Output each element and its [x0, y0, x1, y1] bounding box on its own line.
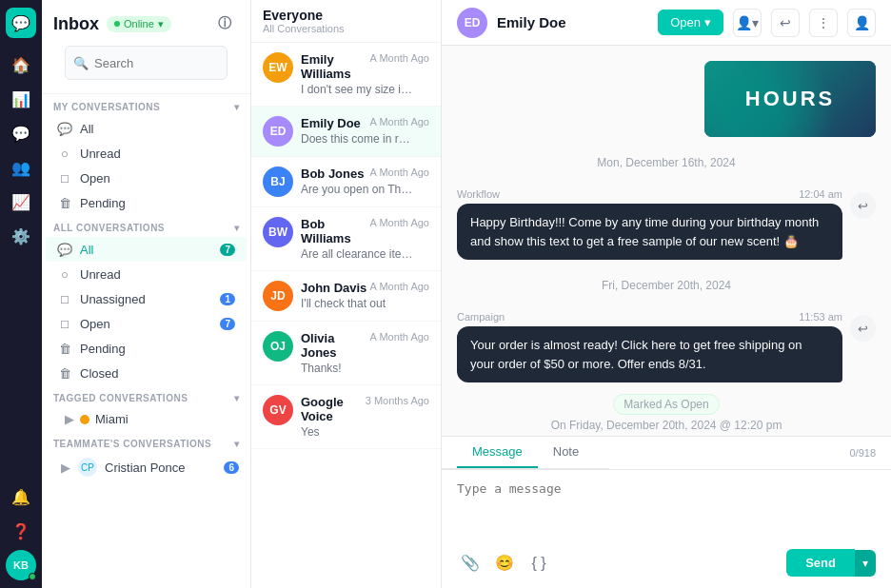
sidebar-item-open[interactable]: □ Open 7 [46, 311, 247, 336]
message-bubble-outgoing-2: Your order is almost ready! Click here t… [457, 326, 842, 382]
conv-name-row: Emily Doe A Month Ago [301, 116, 429, 130]
conv-time: A Month Ago [370, 331, 429, 343]
system-note-1: On Friday, December 20th, 2024 @ 12:20 p… [551, 419, 782, 432]
banner-text: HOURS [745, 87, 835, 111]
unread-icon: ○ [57, 266, 72, 282]
expand-icon: ▶ [61, 461, 70, 475]
sidebar: Inbox Online ▾ ⓘ 🔍 🔍 ✏️ MY CONVERSATIONS… [42, 0, 251, 588]
conv-content: Bob Williams A Month Ago Are all clearan… [301, 217, 429, 261]
nav-chat-icon[interactable]: 💬 [6, 118, 36, 148]
conv-preview: Are all clearance items final sale? [301, 247, 415, 261]
send-dropdown-button[interactable]: ▾ [855, 550, 876, 577]
notification-settings-icon[interactable]: ⓘ [210, 10, 239, 38]
sidebar-item-my-unread[interactable]: ○ Unread [46, 141, 247, 166]
conv-name-row: Bob Jones A Month Ago [301, 167, 429, 181]
marked-open-badge: Marked As Open [613, 394, 719, 415]
conv-avatar: ED [263, 116, 293, 147]
nav-help-icon[interactable]: ❓ [6, 516, 36, 546]
contact-name: Emily Doe [497, 14, 648, 30]
conversation-item[interactable]: ED Emily Doe A Month Ago Does this come … [251, 107, 441, 157]
conv-preview: I don't see my size in blue. Will they b… [301, 83, 415, 96]
emoji-icon[interactable]: 😊 [491, 550, 518, 577]
conv-name: Bob Jones [301, 167, 364, 181]
sidebar-item-unread[interactable]: ○ Unread [46, 262, 247, 286]
status-button[interactable]: Open ▾ [658, 10, 723, 35]
conv-time: A Month Ago [370, 217, 429, 228]
tag-color-dot [80, 415, 89, 424]
snooze-button[interactable]: ↩ [771, 9, 800, 37]
conv-avatar: EW [263, 52, 293, 83]
search-icon: 🔍 [73, 56, 89, 70]
chat-tabs-row: Message Note 0/918 [442, 437, 891, 470]
banner-row: HOURS [457, 61, 876, 137]
conv-name: John Davis [301, 281, 366, 295]
conv-content: John Davis A Month Ago I'll check that o… [301, 281, 429, 310]
nav-contacts-icon[interactable]: 👥 [6, 152, 36, 183]
conversation-items: EW Emily Williams A Month Ago I don't se… [251, 43, 441, 449]
tab-note[interactable]: Note [538, 437, 594, 468]
message-bubble-outgoing: Happy Birthday!!! Come by any time durin… [457, 204, 842, 260]
contact-info-button[interactable]: 👤 [847, 9, 876, 37]
nav-chart-icon[interactable]: 📊 [6, 84, 36, 114]
sidebar-item-miami[interactable]: ▶ Miami [42, 407, 250, 431]
conv-time: A Month Ago [370, 116, 429, 127]
sidebar-item-unassigned[interactable]: □ Unassigned 1 [46, 286, 247, 311]
message-input[interactable] [457, 481, 876, 527]
message-row-outgoing-1: Workflow 12:04 am Happy Birthday!!! Come… [457, 188, 876, 260]
unassigned-badge: 1 [220, 293, 235, 305]
all-conversations-section[interactable]: ALL CONVERSATIONS ▾ [42, 215, 250, 237]
send-button[interactable]: Send [786, 549, 855, 577]
sidebar-item-teammate[interactable]: ▶ CP Cristian Ponce 6 [42, 453, 250, 481]
conv-content: Google Voice 3 Months Ago Yes [301, 395, 429, 439]
tagged-conversations-section[interactable]: TAGGED CONVERSATIONS ▾ [42, 385, 250, 407]
conversation-item[interactable]: EW Emily Williams A Month Ago I don't se… [251, 43, 441, 107]
sidebar-item-all[interactable]: 💬 All 7 [46, 237, 247, 262]
conv-avatar: JD [263, 281, 293, 311]
search-input[interactable] [94, 56, 251, 70]
conversation-item[interactable]: BJ Bob Jones A Month Ago Are you open on… [251, 157, 441, 207]
conv-time: A Month Ago [370, 281, 429, 292]
all-conv-icon: 💬 [57, 242, 72, 257]
message-meta: Workflow 12:04 am [457, 188, 842, 200]
message-action-button[interactable]: ↩ [850, 192, 876, 219]
conv-preview: Yes [301, 425, 415, 439]
nav-settings-icon[interactable]: ⚙️ [6, 221, 36, 251]
conv-list-header: Everyone All Conversations [251, 0, 441, 43]
sidebar-item-my-pending[interactable]: 🗑 Pending [46, 190, 247, 215]
attachment-icon[interactable]: 📎 [457, 550, 484, 577]
nav-bell-icon[interactable]: 🔔 [6, 481, 36, 512]
user-avatar[interactable]: KB [6, 550, 36, 580]
conv-preview: Thanks! [301, 362, 415, 375]
sidebar-item-my-open[interactable]: □ Open [46, 166, 247, 190]
conversation-item[interactable]: JD John Davis A Month Ago I'll check tha… [251, 271, 441, 322]
teammates-section[interactable]: TEAMMATE'S CONVERSATIONS ▾ [42, 431, 250, 453]
contact-avatar: ED [457, 8, 487, 38]
system-messages: Marked As Open On Friday, December 20th,… [457, 394, 876, 436]
conversation-item[interactable]: BW Bob Williams A Month Ago Are all clea… [251, 207, 441, 271]
sidebar-item-pending[interactable]: 🗑 Pending [46, 336, 247, 361]
assign-button[interactable]: 👤▾ [733, 9, 762, 37]
more-actions-button[interactable]: ⋮ [809, 9, 838, 37]
nav-stats-icon[interactable]: 📈 [6, 186, 36, 217]
teammate-badge: 6 [224, 461, 239, 474]
sidebar-item-closed[interactable]: 🗑 Closed [46, 361, 247, 385]
conversation-item[interactable]: OJ Olivia Jones A Month Ago Thanks! [251, 322, 441, 385]
pending-icon: 🗑 [57, 341, 72, 356]
message-wrapper-2: Campaign 11:53 am Your order is almost r… [457, 311, 842, 382]
conv-name: Olivia Jones [301, 331, 370, 360]
chat-footer: Message Note 0/918 📎 😊 { } Send ▾ [442, 436, 891, 588]
conv-name-row: John Davis A Month Ago [301, 281, 429, 295]
app-logo: 💬 [6, 8, 36, 38]
conversation-item[interactable]: GV Google Voice 3 Months Ago Yes [251, 385, 441, 449]
my-conversations-section[interactable]: MY CONVERSATIONS ▾ [42, 94, 250, 116]
dropdown-icon: ▾ [704, 15, 711, 29]
sidebar-item-my-all[interactable]: 💬 All [46, 116, 247, 141]
conv-time: A Month Ago [370, 167, 429, 178]
tab-message[interactable]: Message [457, 437, 538, 468]
conv-name: Emily Doe [301, 116, 361, 130]
nav-home-icon[interactable]: 🏠 [6, 49, 36, 80]
message-wrapper: Workflow 12:04 am Happy Birthday!!! Come… [457, 188, 842, 260]
code-icon[interactable]: { } [525, 550, 552, 577]
sidebar-header: Inbox Online ▾ ⓘ 🔍 🔍 ✏️ [42, 0, 250, 94]
message-action-button-2[interactable]: ↩ [850, 315, 876, 342]
